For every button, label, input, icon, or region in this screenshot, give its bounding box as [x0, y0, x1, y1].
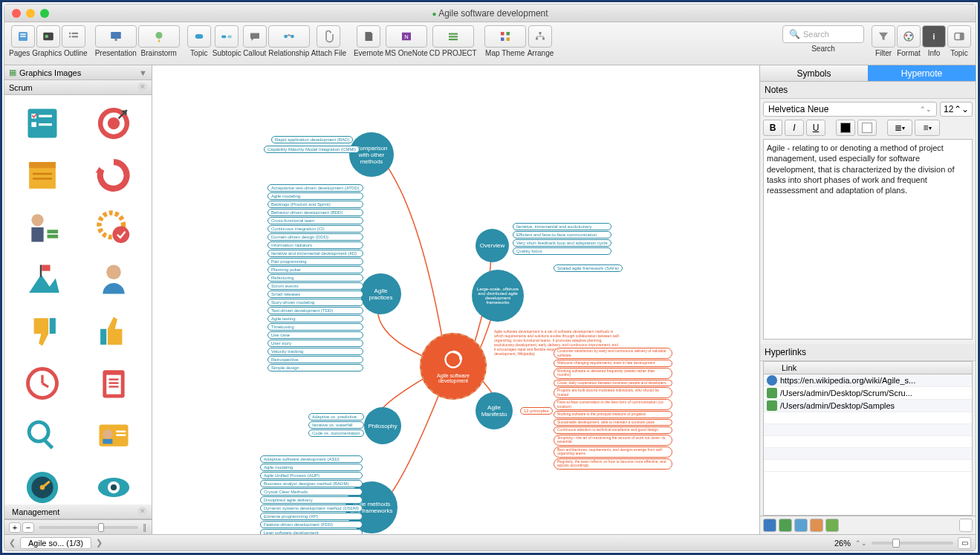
node-comparison[interactable]: Comparison with other methods	[349, 132, 394, 177]
subnode[interactable]: Iterative, incremental and evolutionary	[513, 223, 611, 230]
subnode[interactable]: Customer satisfaction by early and conti…	[554, 348, 672, 359]
subnode[interactable]: Continuous integration (CI)	[267, 225, 363, 233]
graphic-clock[interactable]	[7, 358, 77, 409]
link-row[interactable]: /Users/admin/Desktop/Scrum/Scru...	[764, 387, 972, 400]
subnode[interactable]: Close, daily cooperation between busines…	[554, 380, 672, 387]
subnode[interactable]: Lean software development	[260, 529, 363, 534]
presentation-button[interactable]	[95, 25, 137, 48]
filter-button[interactable]	[872, 25, 895, 48]
subnode[interactable]: Continuous attention to technical excell…	[554, 426, 672, 434]
subnode[interactable]: Small releases	[267, 291, 363, 298]
text-color-button[interactable]	[836, 120, 855, 136]
graphic-manager-money[interactable]	[7, 202, 77, 253]
tab-hypernote[interactable]: Hypernote	[868, 65, 976, 82]
subnode[interactable]: Adaptive vs. predictive	[308, 413, 364, 421]
graphic-clipboard[interactable]	[79, 358, 149, 409]
subnode[interactable]: Planning poker	[267, 266, 363, 273]
subnode[interactable]: Extreme programming (XP)	[260, 513, 363, 520]
graphic-gear-check[interactable]	[79, 202, 149, 253]
subnode[interactable]: Disciplined agile delivery	[260, 496, 363, 504]
subnode[interactable]: Behavior-driven development (BDD)	[267, 209, 363, 216]
subtopic-button[interactable]	[215, 25, 238, 48]
subnode[interactable]: Simple design	[267, 364, 363, 371]
zoom-slider[interactable]	[872, 542, 953, 545]
subnode[interactable]: Iterative vs. waterfall	[308, 421, 364, 429]
fit-page-button[interactable]: ▭	[958, 537, 971, 549]
bg-color-button[interactable]	[857, 120, 877, 136]
graphic-id-card[interactable]	[79, 410, 149, 461]
map-theme-button[interactable]	[484, 25, 526, 48]
subnode[interactable]: Working software is the principal measur…	[554, 411, 672, 418]
subnode[interactable]: Welcome changing requirements, even in l…	[554, 360, 672, 367]
bold-button[interactable]: B	[763, 120, 782, 136]
italic-button[interactable]: I	[785, 120, 804, 136]
subnode[interactable]: Dynamic systems development method (DSDM…	[260, 504, 363, 512]
graphics-panel-header[interactable]: ▦ Graphics Images ▼	[4, 65, 152, 80]
subnode-12-principles[interactable]: 12 principles	[520, 407, 553, 415]
subnode[interactable]: User story	[267, 340, 363, 347]
subnode[interactable]: Scrum events	[267, 282, 363, 290]
subnode[interactable]: Efficient and face-to-face communication	[513, 231, 611, 238]
graphic-thumb-up[interactable]	[79, 306, 149, 357]
zoom-stepper[interactable]: ⌃⌄	[855, 539, 867, 547]
category-management-header[interactable]: Management ✕	[4, 504, 152, 519]
line-spacing-button[interactable]: ≡ ▾	[915, 120, 940, 136]
subnode[interactable]: Simplicity—the art of maximizing the amo…	[554, 435, 672, 446]
node-philosophy[interactable]: Philosophy	[364, 407, 401, 444]
subnode[interactable]: Crystal Clear Methods	[260, 488, 363, 496]
remove-button[interactable]: −	[22, 522, 34, 533]
subnode[interactable]: Quality focus	[513, 247, 611, 255]
add-topic-link-button[interactable]	[794, 519, 808, 532]
subnode[interactable]: Sustainable development, able to maintai…	[554, 419, 672, 426]
close-category-icon[interactable]: ✕	[137, 507, 147, 516]
close-category-icon[interactable]: ✕	[137, 82, 147, 92]
subnode[interactable]: Refactoring	[267, 274, 363, 282]
subnode[interactable]: Iterative and incremental development (I…	[267, 250, 363, 257]
pages-button[interactable]	[11, 25, 35, 48]
subnode[interactable]: Feature-driven development (FDD)	[260, 521, 363, 528]
subnode[interactable]: Cross-functional team	[267, 217, 363, 224]
link-options-button[interactable]	[959, 519, 973, 532]
subnode[interactable]: Capability Maturity Model Integration (C…	[264, 146, 360, 153]
attach-file-button[interactable]	[317, 25, 340, 48]
add-file-link-button[interactable]	[779, 519, 792, 532]
arrange-button[interactable]	[528, 25, 552, 48]
graphic-target[interactable]	[79, 98, 149, 149]
node-practices[interactable]: Agile practices	[360, 273, 401, 314]
subnode[interactable]: Timeboxing	[267, 323, 363, 331]
graphic-eye[interactable]	[79, 462, 149, 504]
cd-project-button[interactable]	[432, 25, 474, 48]
graphic-magnifier[interactable]	[7, 410, 77, 461]
subnode[interactable]: Backlogs (Product and Sprint)	[267, 201, 363, 208]
subnode[interactable]: Best architectures, requirements, and de…	[554, 447, 672, 458]
subnode[interactable]: Agile modeling	[260, 464, 363, 471]
node-manifesto[interactable]: Agile Manifesto	[476, 392, 513, 429]
tab-symbols[interactable]: Symbols	[760, 65, 868, 82]
subnode[interactable]: Test-driven development (TDD)	[267, 307, 363, 314]
graphic-sticky-note[interactable]	[7, 150, 77, 201]
graphic-person[interactable]	[79, 254, 149, 305]
add-email-link-button[interactable]	[825, 519, 839, 532]
mindmap-canvas[interactable]: Agile software development Comparison wi…	[152, 65, 759, 534]
subnode[interactable]: Use case	[267, 331, 363, 339]
subnode[interactable]: Information radiators	[267, 241, 363, 249]
topic-button[interactable]	[187, 25, 211, 48]
notes-textarea[interactable]: Agile - relating to or denoting a method…	[763, 139, 973, 340]
page-selector[interactable]: Agile so... (1/3)	[20, 537, 91, 549]
subnode[interactable]: Face-to-face conversation is the best fo…	[554, 399, 672, 410]
subnode[interactable]: Velocity tracking	[267, 348, 363, 355]
onenote-button[interactable]: N	[386, 25, 427, 48]
graphic-thumb-down[interactable]	[7, 306, 77, 357]
node-overview[interactable]: Overview	[476, 229, 509, 262]
subnode[interactable]: Regularly, the team reflects on how to b…	[554, 458, 672, 470]
subnode[interactable]: Working software is delivered frequently…	[554, 368, 672, 379]
link-column-header[interactable]: Link	[764, 362, 972, 374]
font-family-select[interactable]: Helvetica Neue⌃⌄	[763, 102, 937, 117]
subnode[interactable]: Agile testing	[267, 315, 363, 322]
outline-button[interactable]	[62, 25, 85, 48]
category-scrum-header[interactable]: Scrum ✕	[4, 80, 152, 95]
graphics-button[interactable]	[36, 25, 60, 48]
subnode[interactable]: Acceptance test-driven development (ATDD…	[267, 184, 363, 192]
subnode[interactable]: Rapid application development (RAD)	[271, 136, 353, 143]
next-page-button[interactable]: ❯	[96, 538, 103, 548]
